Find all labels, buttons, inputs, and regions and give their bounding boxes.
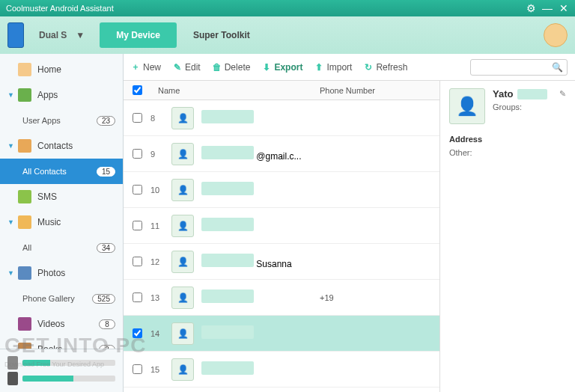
table-row[interactable]: 9👤 @gmail.c... [124, 136, 439, 172]
new-button[interactable]: +New [131, 62, 161, 73]
sidebar-item-label: All [22, 243, 97, 252]
contact-avatar-icon: 👤 [171, 215, 194, 237]
contact-name-cell [201, 218, 320, 233]
sidebar-item-user-apps[interactable]: User Apps23 [0, 108, 123, 133]
count-badge: 34 [97, 243, 115, 253]
column-header-phone[interactable]: Phone Number [320, 86, 439, 95]
phone-icon [7, 22, 24, 48]
sidebar-item-label: User Apps [22, 116, 97, 125]
redacted-text [517, 89, 547, 99]
row-index: 14 [150, 329, 171, 338]
header-checkbox-cell [124, 85, 150, 95]
sidebar-item-label: Apps [37, 90, 115, 100]
photos-icon [18, 266, 31, 280]
row-checkbox[interactable] [133, 328, 142, 338]
redacted-text [201, 218, 254, 231]
row-index: 11 [150, 221, 171, 230]
redacted-text [201, 146, 254, 159]
count-badge: 8 [99, 319, 115, 329]
settings-icon[interactable]: ⚙ [526, 3, 536, 13]
redacted-text [201, 254, 254, 267]
select-all-checkbox[interactable] [133, 85, 142, 95]
edit-contact-icon[interactable]: ✎ [559, 89, 566, 99]
sd-storage-row [7, 372, 115, 385]
contact-name-cell: Susanna [201, 254, 320, 269]
search-icon[interactable]: 🔍 [552, 62, 563, 73]
table-row[interactable]: 13👤+19 [124, 280, 439, 316]
contact-name-cell [201, 325, 320, 341]
row-checkbox[interactable] [133, 221, 142, 230]
groups-label: Groups: [493, 102, 566, 111]
row-checkbox[interactable] [133, 149, 142, 159]
sidebar-item-videos[interactable]: Videos8 [0, 311, 123, 337]
table-row[interactable]: 14👤 [124, 316, 439, 352]
sidebar-item-label: Photos [37, 268, 115, 278]
contact-name-cell [201, 290, 320, 305]
device-selector[interactable]: Dual S ▼ [39, 30, 85, 40]
sidebar-item-phone-gallery[interactable]: Phone Gallery525 [0, 286, 123, 311]
delete-button[interactable]: 🗑Delete [213, 62, 251, 73]
contacts-icon [18, 139, 31, 153]
row-checkbox[interactable] [133, 185, 142, 195]
pencil-icon: ✎ [173, 63, 182, 72]
sidebar-item-label: All Contacts [22, 167, 97, 176]
row-checkbox[interactable] [133, 293, 142, 302]
column-header-name[interactable]: Name [150, 86, 320, 95]
table-row[interactable]: 15👤 [124, 352, 439, 388]
sidebar-item-label: Music [37, 217, 115, 227]
home-icon [18, 63, 31, 76]
refresh-button[interactable]: ↻Refresh [364, 62, 407, 73]
device-name: Dual S [39, 30, 67, 40]
export-button[interactable]: ⬇Export [262, 62, 302, 73]
sidebar-item-label: Home [37, 64, 115, 75]
row-checkbox[interactable] [133, 257, 142, 266]
sidebar-item-sms[interactable]: SMS [0, 184, 123, 209]
row-index: 12 [150, 257, 171, 266]
tab-super-toolkit[interactable]: Super Toolkit [177, 22, 267, 48]
phone-storage-icon [7, 356, 18, 370]
sidebar-item-music[interactable]: ▼Music [0, 209, 123, 235]
sidebar-item-all[interactable]: All34 [0, 235, 123, 260]
redacted-text [201, 290, 254, 303]
music-icon [18, 215, 31, 229]
internal-storage-row [7, 356, 115, 370]
storage-bar [22, 376, 115, 382]
sidebar-item-label: Videos [37, 319, 99, 329]
refresh-icon: ↻ [364, 63, 373, 72]
sidebar-item-books[interactable]: Books3 [0, 337, 123, 349]
table-row[interactable]: 11👤 [124, 208, 439, 244]
row-checkbox[interactable] [133, 364, 142, 374]
redacted-text [201, 110, 254, 123]
chevron-down-icon: ▼ [7, 142, 15, 150]
table-row[interactable]: 10👤 [124, 172, 439, 208]
table-row[interactable]: 8👤 [124, 100, 439, 136]
sidebar-item-photos[interactable]: ▼Photos [0, 260, 123, 286]
edit-button[interactable]: ✎Edit [173, 62, 201, 73]
contact-avatar-icon: 👤 [171, 179, 194, 201]
window-title: Coolmuster Android Assistant [6, 4, 526, 13]
detail-contact-name: Yato [493, 88, 513, 99]
minimize-icon[interactable]: — [542, 3, 553, 13]
count-badge: 23 [97, 116, 115, 126]
row-checkbox[interactable] [133, 113, 142, 123]
tab-my-device[interactable]: My Device [100, 22, 177, 48]
trash-icon: 🗑 [213, 63, 222, 72]
import-button[interactable]: ⬆Import [314, 62, 352, 73]
apps-icon [18, 88, 31, 102]
table-row[interactable]: 12👤 Susanna [124, 244, 439, 280]
sidebar-item-all-contacts[interactable]: All Contacts15 [0, 159, 123, 184]
sidebar-item-apps[interactable]: ▼Apps [0, 82, 123, 108]
user-avatar-icon[interactable] [544, 23, 568, 47]
sidebar-item-contacts[interactable]: ▼Contacts [0, 133, 123, 159]
export-icon: ⬇ [262, 63, 271, 72]
close-icon[interactable]: ✕ [559, 3, 569, 13]
row-index: 15 [150, 365, 171, 374]
sidebar-item-home[interactable]: Home [0, 57, 123, 82]
sd-storage-icon [7, 372, 18, 385]
contact-avatar-icon: 👤 [171, 251, 194, 273]
contact-avatar-icon: 👤 [171, 143, 194, 165]
sidebar-item-label: Contacts [37, 141, 115, 151]
contact-name-cell [201, 361, 320, 377]
contact-avatar-icon: 👤 [171, 107, 194, 129]
row-index: 8 [150, 114, 171, 123]
